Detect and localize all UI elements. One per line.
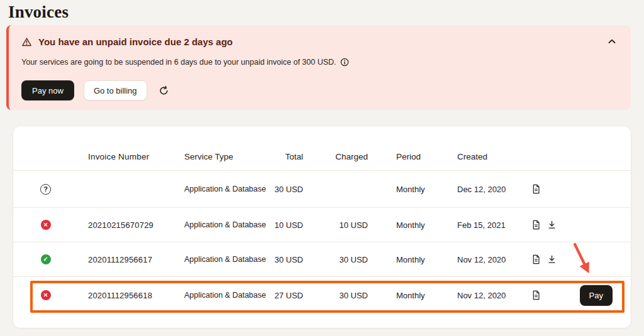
invoice-file-icon[interactable]	[531, 290, 541, 300]
created-cell: Nov 12, 2020	[443, 291, 516, 300]
refresh-icon	[158, 85, 170, 97]
invoice-number-cell: 20201112956617	[78, 255, 174, 264]
alert-message-text: Your services are going to be suspended …	[21, 57, 336, 67]
charged-cell: 30 USD	[303, 255, 368, 264]
created-cell: Dec 12, 2020	[443, 185, 516, 194]
charged-cell: 30 USD	[303, 291, 368, 300]
alert-title: You have an unpaid invoice due 2 days ag…	[38, 36, 233, 47]
table-header-row: Invoice Number Service Type Total Charge…	[13, 126, 631, 171]
invoice-file-icon[interactable]	[531, 220, 541, 230]
go-to-billing-button[interactable]: Go to billing	[84, 80, 147, 100]
service-type-cell: Application & Database	[174, 185, 273, 193]
status-unknown-icon[interactable]: ?	[40, 184, 51, 195]
unpaid-invoice-alert: You have an unpaid invoice due 2 days ag…	[6, 25, 631, 110]
table-row: ✓ 20201112956617 Application & Database …	[13, 242, 631, 277]
period-cell: Monthly	[368, 220, 443, 230]
header-invoice-number: Invoice Number	[78, 152, 174, 161]
total-cell: 30 USD	[273, 185, 303, 194]
status-failed-icon: ✕	[41, 290, 51, 300]
status-paid-icon: ✓	[41, 254, 51, 264]
page-title: Invoices	[8, 3, 69, 22]
service-type-cell: Application & Database	[174, 255, 273, 264]
download-icon[interactable]	[547, 220, 557, 230]
pay-now-button[interactable]: Pay now	[21, 80, 74, 100]
header-service-type: Service Type	[174, 152, 273, 161]
total-cell: 10 USD	[273, 220, 303, 230]
table-row: ? Application & Database 30 USD Monthly …	[13, 171, 631, 208]
alert-header: You have an unpaid invoice due 2 days ag…	[9, 25, 631, 47]
invoices-card: Invoice Number Service Type Total Charge…	[13, 126, 631, 328]
service-type-cell: Application & Database	[174, 220, 273, 229]
collapse-alert-button[interactable]	[606, 35, 618, 48]
period-cell: Monthly	[368, 255, 443, 264]
status-failed-icon: ✕	[41, 220, 51, 230]
download-icon[interactable]	[547, 254, 557, 264]
header-charged: Charged	[303, 152, 368, 161]
invoice-number-cell: 20201112956618	[78, 291, 174, 300]
invoice-number-cell: 20210215670729	[78, 220, 174, 230]
invoice-file-icon[interactable]	[531, 254, 541, 264]
pay-invoice-button[interactable]: Pay	[580, 285, 613, 306]
warning-triangle-icon	[21, 37, 32, 47]
created-cell: Nov 12, 2020	[443, 255, 516, 264]
table-row: ✕ 20210215670729 Application & Database …	[13, 208, 631, 242]
period-cell: Monthly	[368, 291, 443, 300]
header-total: Total	[273, 152, 303, 161]
total-cell: 30 USD	[273, 255, 303, 264]
info-circle-icon[interactable]	[340, 58, 349, 67]
invoice-file-icon[interactable]	[531, 184, 541, 194]
table-row-unpaid: ✕ 20201112956618 Application & Database …	[13, 277, 631, 313]
created-cell: Feb 15, 2021	[443, 220, 516, 230]
period-cell: Monthly	[368, 185, 443, 194]
charged-cell: 10 USD	[303, 220, 368, 230]
service-type-cell: Application & Database	[174, 291, 273, 300]
alert-actions: Pay now Go to billing	[9, 80, 631, 100]
alert-message: Your services are going to be suspended …	[9, 57, 631, 67]
header-created: Created	[443, 152, 516, 161]
chevron-up-icon	[608, 39, 616, 44]
header-period: Period	[368, 152, 443, 161]
total-cell: 27 USD	[273, 291, 303, 300]
refresh-button[interactable]	[157, 83, 172, 98]
